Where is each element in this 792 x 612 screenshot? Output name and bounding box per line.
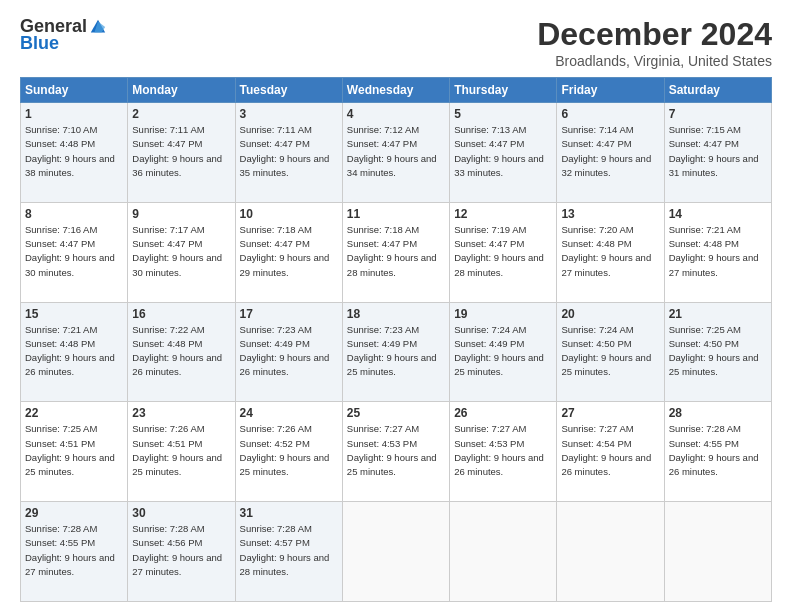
day-number: 27 — [561, 406, 659, 420]
header-day-saturday: Saturday — [664, 78, 771, 103]
day-info: Sunrise: 7:13 AMSunset: 4:47 PMDaylight:… — [454, 123, 552, 180]
day-info: Sunrise: 7:25 AMSunset: 4:51 PMDaylight:… — [25, 422, 123, 479]
calendar-cell — [557, 502, 664, 602]
day-info: Sunrise: 7:27 AMSunset: 4:53 PMDaylight:… — [347, 422, 445, 479]
day-info: Sunrise: 7:26 AMSunset: 4:51 PMDaylight:… — [132, 422, 230, 479]
calendar-cell: 28Sunrise: 7:28 AMSunset: 4:55 PMDayligh… — [664, 402, 771, 502]
calendar-cell: 12Sunrise: 7:19 AMSunset: 4:47 PMDayligh… — [450, 202, 557, 302]
calendar-cell: 10Sunrise: 7:18 AMSunset: 4:47 PMDayligh… — [235, 202, 342, 302]
logo: General Blue — [20, 16, 107, 54]
day-number: 7 — [669, 107, 767, 121]
day-number: 22 — [25, 406, 123, 420]
day-number: 10 — [240, 207, 338, 221]
calendar-cell — [342, 502, 449, 602]
calendar-cell: 1Sunrise: 7:10 AMSunset: 4:48 PMDaylight… — [21, 103, 128, 203]
day-number: 6 — [561, 107, 659, 121]
day-info: Sunrise: 7:27 AMSunset: 4:54 PMDaylight:… — [561, 422, 659, 479]
header-day-thursday: Thursday — [450, 78, 557, 103]
day-info: Sunrise: 7:24 AMSunset: 4:49 PMDaylight:… — [454, 323, 552, 380]
calendar-cell: 8Sunrise: 7:16 AMSunset: 4:47 PMDaylight… — [21, 202, 128, 302]
calendar-cell: 20Sunrise: 7:24 AMSunset: 4:50 PMDayligh… — [557, 302, 664, 402]
day-info: Sunrise: 7:11 AMSunset: 4:47 PMDaylight:… — [132, 123, 230, 180]
calendar-cell: 21Sunrise: 7:25 AMSunset: 4:50 PMDayligh… — [664, 302, 771, 402]
day-number: 30 — [132, 506, 230, 520]
calendar-week-3: 15Sunrise: 7:21 AMSunset: 4:48 PMDayligh… — [21, 302, 772, 402]
day-info: Sunrise: 7:16 AMSunset: 4:47 PMDaylight:… — [25, 223, 123, 280]
calendar-cell: 22Sunrise: 7:25 AMSunset: 4:51 PMDayligh… — [21, 402, 128, 502]
day-number: 19 — [454, 307, 552, 321]
day-number: 11 — [347, 207, 445, 221]
day-number: 25 — [347, 406, 445, 420]
calendar-cell: 29Sunrise: 7:28 AMSunset: 4:55 PMDayligh… — [21, 502, 128, 602]
header-day-sunday: Sunday — [21, 78, 128, 103]
calendar-cell: 23Sunrise: 7:26 AMSunset: 4:51 PMDayligh… — [128, 402, 235, 502]
day-number: 17 — [240, 307, 338, 321]
day-info: Sunrise: 7:18 AMSunset: 4:47 PMDaylight:… — [240, 223, 338, 280]
calendar-week-5: 29Sunrise: 7:28 AMSunset: 4:55 PMDayligh… — [21, 502, 772, 602]
header-day-monday: Monday — [128, 78, 235, 103]
day-number: 24 — [240, 406, 338, 420]
day-info: Sunrise: 7:28 AMSunset: 4:56 PMDaylight:… — [132, 522, 230, 579]
day-info: Sunrise: 7:23 AMSunset: 4:49 PMDaylight:… — [347, 323, 445, 380]
calendar-cell: 31Sunrise: 7:28 AMSunset: 4:57 PMDayligh… — [235, 502, 342, 602]
logo-icon — [89, 18, 107, 36]
calendar-cell: 4Sunrise: 7:12 AMSunset: 4:47 PMDaylight… — [342, 103, 449, 203]
header-day-friday: Friday — [557, 78, 664, 103]
day-info: Sunrise: 7:28 AMSunset: 4:55 PMDaylight:… — [25, 522, 123, 579]
calendar-cell: 26Sunrise: 7:27 AMSunset: 4:53 PMDayligh… — [450, 402, 557, 502]
day-number: 20 — [561, 307, 659, 321]
day-number: 16 — [132, 307, 230, 321]
calendar-week-4: 22Sunrise: 7:25 AMSunset: 4:51 PMDayligh… — [21, 402, 772, 502]
header-day-tuesday: Tuesday — [235, 78, 342, 103]
day-info: Sunrise: 7:14 AMSunset: 4:47 PMDaylight:… — [561, 123, 659, 180]
day-info: Sunrise: 7:17 AMSunset: 4:47 PMDaylight:… — [132, 223, 230, 280]
calendar-cell: 14Sunrise: 7:21 AMSunset: 4:48 PMDayligh… — [664, 202, 771, 302]
day-info: Sunrise: 7:18 AMSunset: 4:47 PMDaylight:… — [347, 223, 445, 280]
day-number: 1 — [25, 107, 123, 121]
calendar-cell: 9Sunrise: 7:17 AMSunset: 4:47 PMDaylight… — [128, 202, 235, 302]
day-number: 18 — [347, 307, 445, 321]
title-block: December 2024 Broadlands, Virginia, Unit… — [537, 16, 772, 69]
day-number: 9 — [132, 207, 230, 221]
day-info: Sunrise: 7:11 AMSunset: 4:47 PMDaylight:… — [240, 123, 338, 180]
calendar-cell — [664, 502, 771, 602]
day-number: 29 — [25, 506, 123, 520]
day-number: 4 — [347, 107, 445, 121]
calendar-cell: 27Sunrise: 7:27 AMSunset: 4:54 PMDayligh… — [557, 402, 664, 502]
calendar-cell: 7Sunrise: 7:15 AMSunset: 4:47 PMDaylight… — [664, 103, 771, 203]
day-number: 14 — [669, 207, 767, 221]
day-number: 3 — [240, 107, 338, 121]
page: General Blue December 2024 Broadlands, V… — [0, 0, 792, 612]
calendar-week-1: 1Sunrise: 7:10 AMSunset: 4:48 PMDaylight… — [21, 103, 772, 203]
day-info: Sunrise: 7:23 AMSunset: 4:49 PMDaylight:… — [240, 323, 338, 380]
day-number: 31 — [240, 506, 338, 520]
day-number: 21 — [669, 307, 767, 321]
calendar-cell: 15Sunrise: 7:21 AMSunset: 4:48 PMDayligh… — [21, 302, 128, 402]
day-info: Sunrise: 7:28 AMSunset: 4:55 PMDaylight:… — [669, 422, 767, 479]
calendar-cell: 3Sunrise: 7:11 AMSunset: 4:47 PMDaylight… — [235, 103, 342, 203]
calendar-cell — [450, 502, 557, 602]
main-title: December 2024 — [537, 16, 772, 53]
day-info: Sunrise: 7:24 AMSunset: 4:50 PMDaylight:… — [561, 323, 659, 380]
day-info: Sunrise: 7:15 AMSunset: 4:47 PMDaylight:… — [669, 123, 767, 180]
day-number: 13 — [561, 207, 659, 221]
calendar-cell: 13Sunrise: 7:20 AMSunset: 4:48 PMDayligh… — [557, 202, 664, 302]
calendar-cell: 24Sunrise: 7:26 AMSunset: 4:52 PMDayligh… — [235, 402, 342, 502]
day-number: 26 — [454, 406, 552, 420]
calendar-cell: 18Sunrise: 7:23 AMSunset: 4:49 PMDayligh… — [342, 302, 449, 402]
calendar-cell: 16Sunrise: 7:22 AMSunset: 4:48 PMDayligh… — [128, 302, 235, 402]
day-info: Sunrise: 7:19 AMSunset: 4:47 PMDaylight:… — [454, 223, 552, 280]
calendar-cell: 25Sunrise: 7:27 AMSunset: 4:53 PMDayligh… — [342, 402, 449, 502]
calendar-cell: 30Sunrise: 7:28 AMSunset: 4:56 PMDayligh… — [128, 502, 235, 602]
day-info: Sunrise: 7:10 AMSunset: 4:48 PMDaylight:… — [25, 123, 123, 180]
header: General Blue December 2024 Broadlands, V… — [20, 16, 772, 69]
day-number: 12 — [454, 207, 552, 221]
day-number: 15 — [25, 307, 123, 321]
day-number: 23 — [132, 406, 230, 420]
calendar-cell: 5Sunrise: 7:13 AMSunset: 4:47 PMDaylight… — [450, 103, 557, 203]
day-number: 2 — [132, 107, 230, 121]
header-day-wednesday: Wednesday — [342, 78, 449, 103]
day-info: Sunrise: 7:26 AMSunset: 4:52 PMDaylight:… — [240, 422, 338, 479]
day-info: Sunrise: 7:21 AMSunset: 4:48 PMDaylight:… — [25, 323, 123, 380]
day-info: Sunrise: 7:28 AMSunset: 4:57 PMDaylight:… — [240, 522, 338, 579]
